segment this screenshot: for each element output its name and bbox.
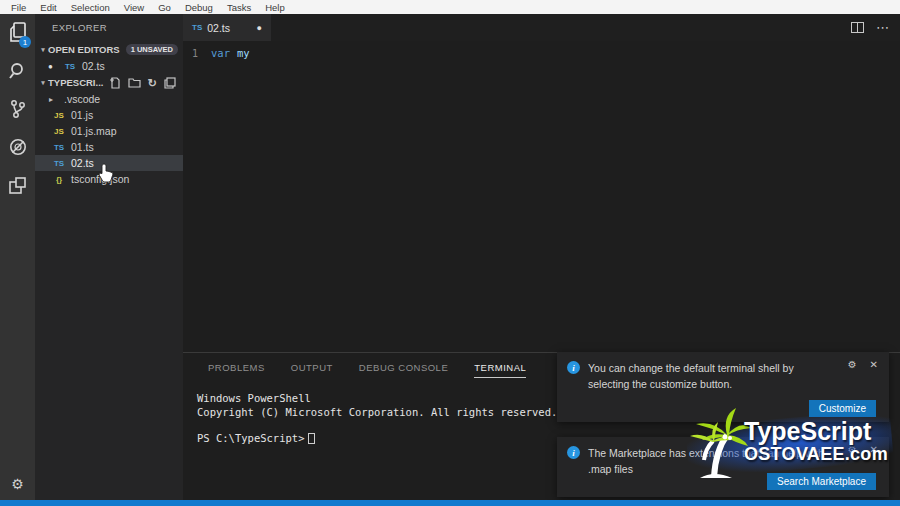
explorer-badge: 1	[19, 36, 31, 48]
settings-gear-icon[interactable]: ⚙	[0, 472, 35, 496]
source-control-icon[interactable]	[0, 90, 35, 128]
search-icon[interactable]	[0, 52, 35, 90]
menu-bar: File Edit Selection View Go Debug Tasks …	[0, 0, 900, 14]
info-icon: i	[567, 361, 580, 374]
file-item-vscode[interactable]: ▸ .vscode	[35, 91, 183, 107]
debug-icon[interactable]	[0, 128, 35, 166]
vscode-window: File Edit Selection View Go Debug Tasks …	[0, 0, 900, 506]
unsaved-badge: 1 UNSAVED	[126, 44, 178, 55]
menu-selection[interactable]: Selection	[64, 2, 117, 13]
file-item-01ts[interactable]: TS 01.ts	[35, 139, 183, 155]
tab-output[interactable]: OUTPUT	[291, 362, 333, 378]
folder-section-header[interactable]: ▾ TYPESCRI... ↻	[35, 74, 183, 91]
menu-file[interactable]: File	[4, 2, 33, 13]
file-item-01js[interactable]: JS 01.js	[35, 107, 183, 123]
tab-problems[interactable]: PROBLEMS	[208, 362, 265, 378]
notification-close-icon[interactable]: ✕	[870, 444, 878, 455]
extensions-icon[interactable]	[0, 166, 35, 204]
tab-debug-console[interactable]: DEBUG CONSOLE	[359, 362, 448, 378]
line-number: 1	[183, 48, 211, 59]
sidebar-title: EXPLORER	[35, 14, 183, 41]
section-arrow-icon: ▾	[38, 79, 48, 87]
open-editors-label: OPEN EDITORS	[48, 44, 120, 55]
js-file-icon: JS	[52, 111, 66, 120]
ts-file-icon: TS	[52, 143, 66, 152]
menu-tasks[interactable]: Tasks	[220, 2, 258, 13]
terminal-prompt: PS C:\TypeScript>	[197, 431, 304, 445]
info-icon: i	[567, 446, 580, 459]
ts-file-icon: TS	[52, 159, 66, 168]
modified-dot-icon: ●	[48, 62, 58, 71]
customize-button[interactable]: Customize	[809, 400, 876, 417]
explorer-icon[interactable]: 1	[0, 14, 35, 52]
open-editor-item[interactable]: ● TS 02.ts	[35, 58, 183, 74]
editor-group: TS 02.ts ● ⋯ 1 var my	[183, 14, 900, 352]
notification-terminal-shell: i You can change the default terminal sh…	[557, 352, 889, 422]
menu-go[interactable]: Go	[151, 2, 178, 13]
refresh-icon[interactable]: ↻	[148, 78, 157, 88]
split-editor-icon[interactable]	[851, 22, 864, 33]
file-item-01jsmap[interactable]: JS 01.js.map	[35, 123, 183, 139]
notification-marketplace: i The Marketplace has extensions that ca…	[557, 437, 889, 497]
more-actions-icon[interactable]: ⋯	[876, 23, 890, 33]
menu-edit[interactable]: Edit	[33, 2, 63, 13]
file-name: 02.ts	[71, 157, 94, 169]
explorer-sidebar: EXPLORER ▾ OPEN EDITORS 1 UNSAVED ● TS 0…	[35, 14, 183, 500]
activity-bar: 1	[0, 14, 35, 500]
notification-message: You can change the default terminal shel…	[588, 360, 833, 392]
new-folder-icon[interactable]	[128, 77, 141, 88]
code-line-1: 1 var my	[183, 45, 900, 61]
open-editors-header[interactable]: ▾ OPEN EDITORS 1 UNSAVED	[35, 41, 183, 58]
file-name: 01.js	[71, 109, 93, 121]
menu-help[interactable]: Help	[258, 2, 292, 13]
ts-file-icon: TS	[63, 62, 77, 71]
file-name: 01.ts	[71, 141, 94, 153]
menu-debug[interactable]: Debug	[178, 2, 220, 13]
ts-file-icon: TS	[192, 23, 202, 32]
folder-section-label: TYPESCRI...	[48, 77, 103, 88]
status-bar[interactable]	[0, 500, 900, 506]
code-area[interactable]: 1 var my	[183, 41, 900, 61]
section-arrow-icon: ▾	[38, 46, 48, 54]
notification-gear-icon[interactable]: ⚙	[848, 359, 857, 370]
code-identifier: my	[237, 47, 250, 59]
new-file-icon[interactable]	[109, 77, 121, 89]
collapse-all-icon[interactable]	[164, 77, 176, 89]
workbench: 1	[0, 14, 900, 500]
editor-tab-bar: TS 02.ts ● ⋯	[183, 14, 900, 41]
tab-02ts[interactable]: TS 02.ts ●	[183, 14, 271, 41]
unsaved-dot-icon[interactable]: ●	[257, 23, 262, 33]
menu-view[interactable]: View	[117, 2, 151, 13]
mouse-cursor	[98, 162, 116, 184]
file-name: 01.js.map	[71, 125, 117, 137]
tab-terminal[interactable]: TERMINAL	[474, 362, 526, 378]
open-editor-filename: 02.ts	[82, 60, 105, 72]
chevron-right-icon: ▸	[49, 95, 59, 104]
js-file-icon: JS	[52, 127, 66, 136]
notification-gear-icon[interactable]: ⚙	[848, 444, 857, 455]
code-keyword: var	[211, 47, 230, 59]
tab-label: 02.ts	[207, 22, 230, 34]
search-marketplace-button[interactable]: Search Marketplace	[767, 473, 876, 490]
file-name: .vscode	[64, 93, 100, 105]
json-file-icon: {}	[52, 175, 66, 184]
terminal-cursor	[308, 433, 315, 444]
notification-close-icon[interactable]: ✕	[870, 359, 878, 370]
